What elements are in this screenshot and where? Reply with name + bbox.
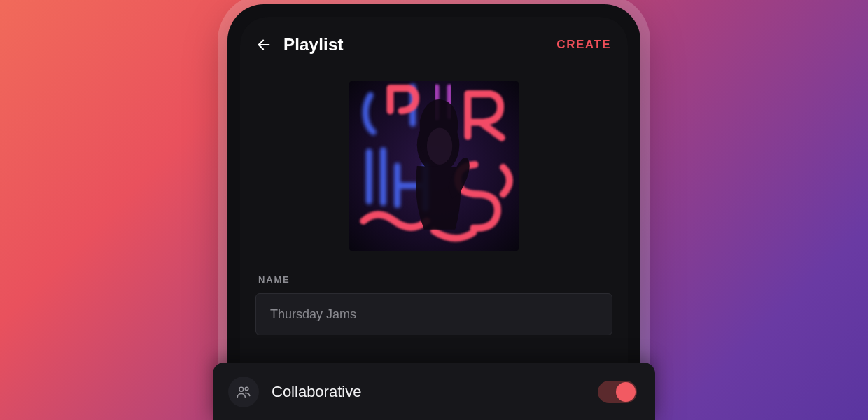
arrow-left-icon (256, 37, 272, 52)
app-background: Playlist CREATE (0, 0, 868, 420)
create-button[interactable]: CREATE (556, 38, 611, 52)
collaborative-title: Collaborative (272, 383, 585, 401)
device-frame: Playlist CREATE (227, 4, 640, 420)
toggle-knob (616, 382, 636, 402)
users-icon (236, 384, 251, 400)
top-bar-left: Playlist (254, 35, 344, 55)
back-button[interactable] (254, 35, 274, 55)
collaborative-icon-badge (228, 377, 259, 407)
svg-point-8 (427, 128, 452, 164)
cover-art-container (240, 81, 628, 251)
playlist-name-input[interactable] (255, 293, 612, 335)
svg-point-10 (245, 387, 248, 390)
top-bar: Playlist CREATE (240, 17, 628, 62)
collaborative-toggle[interactable] (598, 381, 637, 403)
cover-art-image (349, 81, 519, 251)
collaborative-card: Collaborative (213, 363, 655, 420)
svg-point-9 (239, 387, 244, 391)
screen: Playlist CREATE (240, 17, 628, 420)
name-field-label: NAME (258, 274, 628, 285)
cover-art[interactable] (349, 81, 519, 251)
page-title: Playlist (284, 35, 344, 55)
name-field-container (255, 293, 612, 335)
